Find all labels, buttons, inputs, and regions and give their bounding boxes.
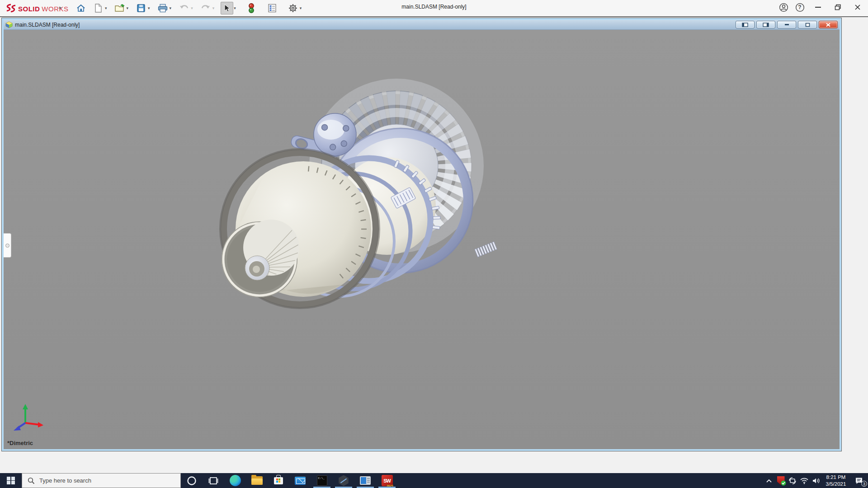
action-center-button[interactable]: 3 — [850, 473, 868, 488]
orientation-triad-icon — [12, 402, 46, 436]
account-icon[interactable] — [778, 2, 788, 12]
minimize-icon[interactable] — [811, 1, 825, 13]
engine-3d-model — [4, 30, 840, 449]
document-window-controls — [736, 21, 838, 28]
open-caret[interactable]: ▾ — [127, 6, 129, 10]
system-tray: 8:21 PM 3/5/2021 3 — [763, 473, 868, 488]
document-title: main.SLDASM [Read-only] — [15, 22, 80, 28]
clock-time: 8:21 PM — [823, 474, 849, 481]
app-window-icon — [360, 476, 371, 485]
view-orientation-label: *Dimetric — [7, 440, 33, 446]
settings-gear-icon — [288, 3, 298, 13]
clock-date: 3/5/2021 — [823, 481, 849, 488]
open-button[interactable] — [113, 2, 126, 14]
undo-icon — [179, 4, 189, 13]
save-icon — [136, 3, 146, 13]
taskbar-explorer-button[interactable] — [246, 473, 268, 488]
home-icon — [76, 3, 86, 13]
traffic-light-icon — [248, 3, 255, 14]
cmd-icon: C:\_ — [317, 475, 327, 486]
properties-icon — [267, 3, 277, 13]
taskbar-edge-button[interactable] — [224, 473, 246, 488]
pane-right-icon[interactable] — [756, 21, 775, 28]
restore-icon[interactable] — [831, 1, 844, 13]
graphics-viewport[interactable]: *Dimetric — [4, 30, 840, 449]
wifi-icon[interactable] — [798, 473, 810, 488]
new-document-caret[interactable]: ▾ — [105, 6, 107, 10]
main-toolbar: ▾ ▾ ▾ — [75, 1, 308, 15]
taskbar-clock[interactable]: 8:21 PM 3/5/2021 — [822, 474, 850, 488]
pane-left-icon[interactable] — [736, 21, 755, 28]
home-button[interactable] — [75, 2, 87, 14]
doc-close-icon[interactable] — [819, 21, 838, 28]
help-icon[interactable]: ? — [795, 2, 805, 12]
print-button[interactable] — [156, 2, 169, 14]
volume-icon[interactable] — [810, 473, 822, 488]
open-icon — [114, 3, 125, 13]
document-titlebar[interactable]: main.SLDASM [Read-only] — [4, 20, 840, 30]
search-icon — [28, 477, 35, 484]
header-right-controls: ? — [778, 0, 864, 14]
document-window: main.SLDASM [Read-only] — [2, 18, 841, 451]
redo-icon — [200, 4, 211, 13]
edge-icon — [230, 475, 241, 486]
undo-button[interactable] — [178, 2, 190, 14]
taskbar-mail-button[interactable] — [289, 473, 311, 488]
assembly-document-icon — [5, 21, 13, 28]
app-header: SOLIDWORKS ▸ main.SLDASM [Read-only] ▾ — [0, 0, 868, 17]
taskbar-search[interactable]: Type here to search — [22, 473, 181, 488]
taskbar-cmd-button[interactable]: C:\_ — [311, 473, 333, 488]
task-view-icon — [208, 476, 218, 486]
taskbar-hexagon-app-button[interactable] — [333, 473, 354, 488]
task-view-button[interactable] — [203, 473, 224, 488]
taskbar-store-button[interactable] — [268, 473, 289, 488]
doc-restore-icon[interactable] — [798, 21, 817, 28]
taskbar-solidworks-button[interactable]: SW 2021 — [376, 473, 398, 488]
redo-button[interactable] — [199, 2, 212, 14]
brand-expand-caret[interactable]: ▸ — [59, 5, 62, 10]
taskbar: Type here to search C:\_ — [0, 473, 868, 488]
settings-caret[interactable]: ▾ — [300, 6, 302, 10]
header-divider — [0, 16, 868, 18]
cast-display-icon[interactable] — [787, 473, 798, 488]
undo-caret[interactable]: ▾ — [191, 6, 193, 10]
file-explorer-icon — [251, 476, 263, 485]
sw-icon-text: SW — [383, 478, 391, 483]
close-icon[interactable] — [851, 1, 864, 13]
mail-icon — [295, 477, 306, 485]
cortana-button[interactable] — [181, 473, 203, 488]
redo-caret[interactable]: ▾ — [212, 6, 215, 10]
traffic-light-button[interactable] — [245, 2, 258, 14]
save-button[interactable] — [135, 2, 147, 14]
new-document-button[interactable] — [92, 2, 104, 14]
notification-badge: 3 — [861, 481, 867, 487]
select-tool-caret[interactable]: ▾ — [234, 6, 236, 10]
brand-solid: SOLID — [18, 5, 40, 13]
tray-chevron-icon[interactable] — [763, 473, 775, 488]
settings-button[interactable] — [287, 2, 299, 14]
brand-works: WORKS — [42, 5, 68, 13]
store-icon — [274, 477, 283, 484]
solidworks-logo-mark — [5, 4, 16, 14]
select-tool-button[interactable] — [221, 2, 233, 14]
flyout-tab-icon[interactable] — [4, 233, 11, 258]
doc-minimize-icon[interactable] — [777, 21, 796, 28]
search-placeholder: Type here to search — [39, 477, 91, 484]
new-document-icon — [94, 3, 103, 13]
start-button[interactable] — [0, 473, 22, 488]
hexagon-app-icon — [338, 475, 349, 486]
solidworks-icon: SW 2021 — [382, 475, 393, 486]
cortana-icon — [187, 476, 197, 486]
print-icon — [157, 3, 168, 13]
properties-button[interactable] — [266, 2, 278, 14]
solidworks-monitor-icon[interactable] — [775, 473, 787, 488]
select-arrow-icon — [223, 4, 231, 13]
start-icon — [7, 477, 15, 485]
print-caret[interactable]: ▾ — [170, 6, 172, 10]
help-glyph: ? — [798, 4, 801, 10]
taskbar-app-window-button[interactable] — [354, 473, 376, 488]
save-caret[interactable]: ▾ — [148, 6, 150, 10]
